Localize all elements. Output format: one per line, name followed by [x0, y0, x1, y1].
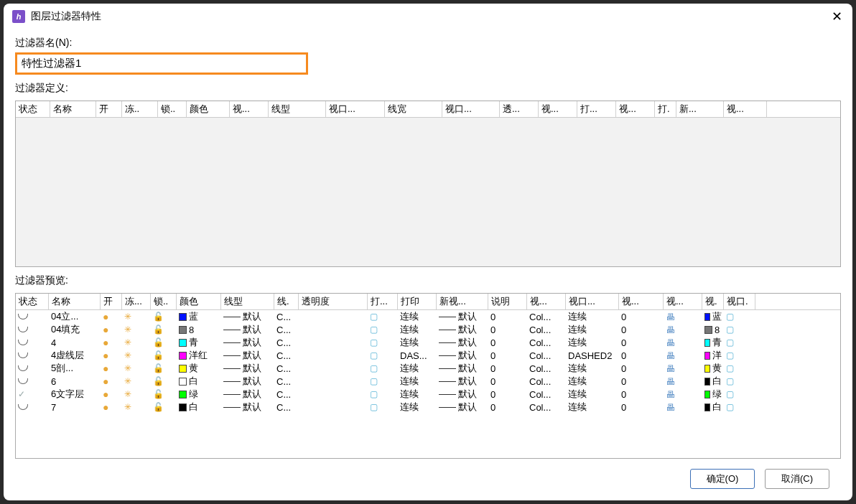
preview-col-header[interactable]: 视口...	[566, 294, 619, 309]
on-icon: ●	[103, 350, 108, 361]
def-col-header[interactable]: 视...	[724, 101, 767, 117]
preview-col-header[interactable]: 名称	[49, 294, 101, 309]
on-icon: ●	[103, 311, 108, 322]
preview-col-header[interactable]: 透明度	[299, 294, 368, 309]
page-icon: ▢	[370, 325, 378, 335]
def-col-header[interactable]: 冻..	[122, 101, 158, 117]
print-icon: 🖶	[666, 402, 675, 413]
dialog: h 图层过滤器特性 ✕ 过滤器名(N): 过滤器定义: 状态名称开冻..锁..颜…	[4, 4, 852, 500]
page-icon: ▢	[726, 350, 734, 360]
preview-col-header[interactable]: 打...	[368, 294, 398, 309]
table-row[interactable]: 4虚线层●✳🔓洋红默认C...▢DAS...默认0Col...DASHED20🖶…	[16, 349, 840, 362]
print-icon: 🖶	[666, 363, 675, 374]
status-icon	[18, 404, 28, 410]
def-col-header[interactable]: 视口...	[326, 101, 385, 117]
layer-name: 4虚线层	[51, 349, 84, 362]
filter-definition-area: 状态名称开冻..锁..颜色视...线型视口...线宽视口...透...视...打…	[15, 101, 841, 267]
color-swatch	[704, 378, 710, 386]
preview-col-header[interactable]: 颜色	[177, 294, 221, 309]
on-icon: ●	[103, 363, 108, 374]
print-icon: 🖶	[666, 337, 675, 348]
preview-col-header[interactable]: 视.	[702, 294, 724, 309]
close-button[interactable]: ✕	[829, 9, 844, 24]
color-swatch	[179, 339, 187, 347]
layer-name: 04立...	[51, 310, 78, 323]
preview-col-header[interactable]: 视...	[527, 294, 566, 309]
preview-col-header[interactable]: 视口.	[724, 294, 755, 309]
on-icon: ●	[103, 337, 108, 348]
color-swatch	[179, 391, 187, 398]
filter-name-label: 过滤器名(N):	[15, 37, 841, 50]
preview-col-header[interactable]: 说明	[488, 294, 527, 309]
freeze-icon: ✳	[124, 363, 131, 373]
def-col-header[interactable]: 视...	[230, 101, 269, 117]
table-row[interactable]: 04填充●✳🔓8默认C...▢连续默认0Col...连续0🖶8▢	[16, 323, 840, 336]
lock-icon: 🔓	[153, 350, 164, 360]
preview-col-header[interactable]: 线型	[221, 294, 274, 309]
color-swatch	[179, 365, 187, 373]
lock-icon: 🔓	[153, 363, 164, 373]
table-row[interactable]: 6●✳🔓白默认C...▢连续默认0Col...连续0🖶白▢	[16, 375, 840, 388]
preview-col-header[interactable]: 开	[101, 294, 122, 309]
lock-icon: 🔓	[153, 389, 164, 399]
def-col-header[interactable]: 锁..	[158, 101, 187, 117]
layer-name: 04填充	[51, 323, 80, 336]
def-col-header[interactable]: 打.	[655, 101, 676, 117]
table-row[interactable]: 5剖...●✳🔓黄默认C...▢连续默认0Col...连续0🖶黄▢	[16, 362, 840, 375]
lock-icon: 🔓	[153, 337, 164, 347]
buttons: 确定(O) 取消(C)	[15, 462, 841, 493]
status-icon	[18, 365, 28, 371]
layer-name: 6文字层	[51, 388, 84, 401]
table-row[interactable]: ✓6文字层●✳🔓绿默认C...▢连续默认0Col...连续0🖶绿▢	[16, 388, 840, 401]
page-icon: ▢	[726, 376, 734, 386]
preview-col-header[interactable]: 冻...	[122, 294, 151, 309]
preview-col-header[interactable]: 视...	[664, 294, 702, 309]
preview-col-header[interactable]: 锁..	[151, 294, 177, 309]
def-col-header[interactable]: 透...	[500, 101, 539, 117]
page-icon: ▢	[726, 312, 734, 322]
check-icon: ✓	[18, 389, 25, 399]
print-icon: 🖶	[666, 325, 675, 335]
def-col-header[interactable]: 颜色	[187, 101, 230, 117]
freeze-icon: ✳	[124, 312, 131, 322]
table-row[interactable]: 04立...●✳🔓蓝默认C...▢连续默认0Col...连续0🖶蓝▢	[16, 310, 840, 323]
def-col-header[interactable]: 状态	[16, 101, 50, 117]
titlebar: h 图层过滤器特性 ✕	[4, 4, 852, 29]
on-icon: ●	[103, 388, 108, 400]
filter-name-input[interactable]	[15, 52, 308, 75]
table-row[interactable]: 4●✳🔓青默认C...▢连续默认0Col...连续0🖶青▢	[16, 336, 840, 349]
freeze-icon: ✳	[124, 325, 131, 335]
color-swatch	[179, 326, 187, 334]
status-icon	[18, 340, 28, 345]
status-icon	[18, 378, 28, 384]
color-swatch	[704, 391, 710, 398]
filter-preview-area: 状态名称开冻...锁..颜色线型线.透明度打...打印新视...说明视...视口…	[15, 293, 841, 459]
print-icon: 🖶	[666, 389, 675, 400]
def-col-header[interactable]: 名称	[50, 101, 96, 117]
cancel-button[interactable]: 取消(C)	[765, 469, 829, 489]
freeze-icon: ✳	[124, 402, 131, 412]
color-swatch	[179, 378, 187, 386]
preview-col-header[interactable]: 打印	[398, 294, 437, 309]
preview-col-header[interactable]: 线.	[274, 294, 299, 309]
def-col-header[interactable]: 打...	[577, 101, 616, 117]
def-col-header[interactable]: 新...	[676, 101, 724, 117]
preview-col-header[interactable]: 状态	[16, 294, 49, 309]
freeze-icon: ✳	[124, 389, 131, 399]
page-icon: ▢	[370, 363, 378, 373]
def-col-header[interactable]: 视...	[616, 101, 655, 117]
def-col-header[interactable]: 线宽	[385, 101, 442, 117]
page-icon: ▢	[370, 337, 378, 347]
preview-col-header[interactable]: 新视...	[437, 294, 488, 309]
page-icon: ▢	[726, 337, 734, 347]
preview-col-header[interactable]: 视...	[619, 294, 664, 309]
def-col-header[interactable]: 线型	[269, 101, 326, 117]
def-col-header[interactable]: 视口...	[442, 101, 500, 117]
on-icon: ●	[103, 375, 108, 387]
table-row[interactable]: 7●✳🔓白默认C...▢连续默认0Col...连续0🖶白▢	[16, 401, 840, 414]
def-col-header[interactable]: 开	[96, 101, 122, 117]
print-icon: 🖶	[666, 350, 675, 361]
ok-button[interactable]: 确定(O)	[690, 469, 755, 489]
status-icon	[18, 327, 28, 332]
def-col-header[interactable]: 视...	[539, 101, 577, 117]
